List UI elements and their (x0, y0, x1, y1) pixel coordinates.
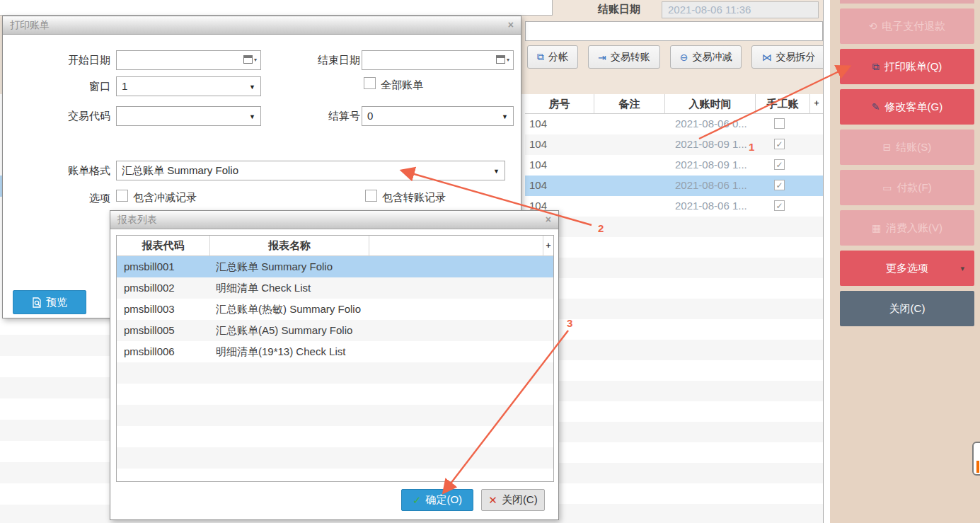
col-header-remark[interactable]: 备注 (594, 94, 665, 114)
ok-button[interactable]: ✓ 确定(O) (401, 489, 473, 511)
sidebar-button-print-bill[interactable]: ⧉打印账单(Q) (840, 49, 974, 84)
gutter (824, 0, 830, 523)
manual-checkbox[interactable] (774, 118, 785, 129)
col-header-report-code[interactable]: 报表代码 (117, 236, 210, 256)
col-header-room[interactable]: 房号 (525, 94, 594, 114)
report-row-pmsbill005[interactable]: pmsbill005汇总账单(A5) Summary Folio (117, 320, 553, 341)
calendar-icon[interactable]: ▾ (496, 55, 509, 64)
sidebar-button-charge-entry[interactable]: ▦消费入账(V) (840, 210, 974, 246)
window-select[interactable]: 1 ▼ (116, 76, 261, 96)
refund-icon: ⟲ (869, 21, 877, 32)
report-name-cell: 明细清单(19*13) Check List (216, 345, 345, 359)
manual-checkbox[interactable]: ✓ (774, 180, 785, 190)
end-date-input[interactable]: ▾ (362, 50, 514, 70)
report-row-pmsbill003[interactable]: pmsbill003汇总账单(热敏) Summary Folio (117, 299, 553, 320)
report-name-cell: 汇总账单(热敏) Summary Folio (216, 303, 361, 316)
edit-icon: ✎ (872, 101, 880, 113)
chevron-down-icon: ▼ (249, 113, 255, 120)
check-icon: ✓ (413, 494, 422, 507)
remark-input[interactable] (525, 21, 823, 41)
report-name-cell: 汇总账单 Summary Folio (216, 260, 333, 274)
room-cell: 104 (529, 117, 547, 130)
report-table-rows: pmsbill001汇总账单 Summary Foliopmsbill002明细… (117, 256, 553, 362)
all-bills-checkbox[interactable] (364, 77, 376, 89)
transfer-icon: ⇥ (598, 52, 606, 63)
include-offset-label: 包含冲减记录 (133, 191, 197, 205)
report-table-stripes (117, 362, 553, 481)
toolbar-button-transaction-transfer[interactable]: ⇥交易转账 (588, 45, 660, 69)
report-row-pmsbill001[interactable]: pmsbill001汇总账单 Summary Folio (117, 256, 553, 277)
sidebar-button-epay-refund[interactable]: ⟲电子支付退款 (840, 8, 974, 44)
sidebar-button-close[interactable]: 关闭(C) (840, 291, 974, 326)
dialog-title: 报表列表 (117, 214, 157, 225)
trans-code-select[interactable]: ▼ (116, 106, 261, 126)
manual-checkbox[interactable]: ✓ (774, 159, 785, 170)
time-cell: 2021-08-09 1... (675, 159, 747, 171)
include-offset-checkbox[interactable] (116, 190, 128, 202)
bg-table-stripes (525, 217, 823, 523)
report-row-pmsbill006[interactable]: pmsbill006明细清单(19*13) Check List (117, 341, 553, 362)
checkout-icon: ⊟ (883, 142, 892, 153)
bill-format-select[interactable]: 汇总账单 Summary Folio ▼ (116, 161, 505, 180)
start-date-input[interactable]: ▾ (116, 50, 261, 70)
toolbar-button-transaction-offset[interactable]: ⊖交易冲减 (670, 45, 742, 69)
report-code-cell: pmsbill002 (124, 282, 175, 294)
scroll-indicator[interactable] (972, 442, 980, 476)
calendar-icon[interactable]: ▾ (243, 55, 257, 64)
report-list-dialog: 报表列表 × 报表代码 报表名称 + pmsbill001汇总账单 Summar… (110, 210, 559, 520)
charge-icon: ▦ (872, 222, 881, 234)
sidebar: ⟲电子支付退款⧉打印账单(Q)✎修改客单(G)⊟结账(S)▭付款(F)▦消费入账… (830, 0, 980, 523)
manual-checkbox[interactable]: ✓ (774, 139, 785, 149)
sidebar-button-payment[interactable]: ▭付款(F) (840, 170, 974, 205)
room-cell: 104 (529, 179, 547, 191)
end-date-label: 结束日期 (267, 50, 360, 70)
dialog-titlebar[interactable]: 报表列表 × (110, 211, 558, 229)
report-name-cell: 汇总账单(A5) Summary Folio (216, 324, 352, 338)
checkout-date-value: 2021-08-06 11:36 (668, 4, 751, 16)
col-header-report-name[interactable]: 报表名称 (210, 236, 369, 256)
table-row[interactable]: 1042021-08-09 1...✓ (525, 155, 823, 176)
report-code-cell: pmsbill001 (124, 260, 175, 272)
report-table: 报表代码 报表名称 + pmsbill001汇总账单 Summary Folio… (116, 235, 554, 482)
time-cell: 2021-08-06 0... (675, 117, 747, 130)
table-row[interactable]: 1042021-08-06 0... (525, 114, 823, 134)
include-transfer-checkbox[interactable] (365, 190, 377, 202)
scroll-thumb (976, 461, 979, 473)
add-column-icon[interactable]: + (810, 94, 823, 114)
window-label: 窗口 (17, 76, 110, 96)
col-header-time[interactable]: 入账时间 (665, 94, 756, 114)
report-name-cell: 明细清单 Check List (216, 282, 311, 295)
close-icon[interactable]: × (546, 211, 551, 229)
settle-no-label: 结算号 (267, 106, 360, 126)
table-row[interactable]: 1042021-08-09 1...✓ (525, 134, 823, 155)
table-row[interactable]: 1042021-08-06 1...✓ (525, 176, 823, 196)
preview-button[interactable]: 预览 (13, 290, 86, 314)
report-row-pmsbill002[interactable]: pmsbill002明细清单 Check List (117, 277, 553, 299)
toolbar-button-transaction-split[interactable]: ⋈交易拆分 (751, 45, 825, 69)
close-button[interactable]: ✕ 关闭(C) (481, 489, 545, 511)
settle-no-select[interactable]: 0 ▼ (362, 106, 514, 126)
report-code-cell: pmsbill003 (124, 303, 175, 315)
transaction-split-icon: ⋈ (761, 52, 771, 63)
dialog-titlebar[interactable]: 打印账单 × (3, 16, 521, 35)
time-cell: 2021-08-09 1... (675, 138, 747, 150)
bill-format-label: 账单格式 (17, 161, 110, 180)
close-icon[interactable]: × (508, 16, 514, 34)
chevron-down-icon: ▼ (493, 168, 500, 175)
table-row[interactable]: 1042021-08-06 1...✓ (525, 196, 823, 217)
col-header-manual[interactable]: 手工账 (756, 94, 810, 114)
toolbar: ⧉分帐⇥交易转账⊖交易冲减⋈交易拆分 (527, 45, 825, 69)
time-cell: 2021-08-06 1... (675, 200, 747, 212)
sidebar-button-modify-order[interactable]: ✎修改客单(G) (840, 89, 974, 125)
col-header-blank[interactable] (369, 236, 543, 256)
checkout-date-input: 2021-08-06 11:36 (662, 1, 819, 18)
sidebar-button-checkout[interactable]: ⊟结账(S) (840, 130, 974, 165)
toolbar-button-split-account[interactable]: ⧉分帐 (527, 45, 578, 69)
add-column-icon[interactable]: + (543, 236, 553, 256)
all-bills-label: 全部账单 (381, 79, 423, 92)
x-icon: ✕ (488, 494, 497, 507)
sidebar-button-more-options[interactable]: 更多选项▾ (840, 251, 974, 286)
manual-checkbox[interactable]: ✓ (774, 200, 785, 211)
dialog-title: 打印账单 (10, 19, 50, 30)
options-label: 选项 (17, 188, 110, 208)
